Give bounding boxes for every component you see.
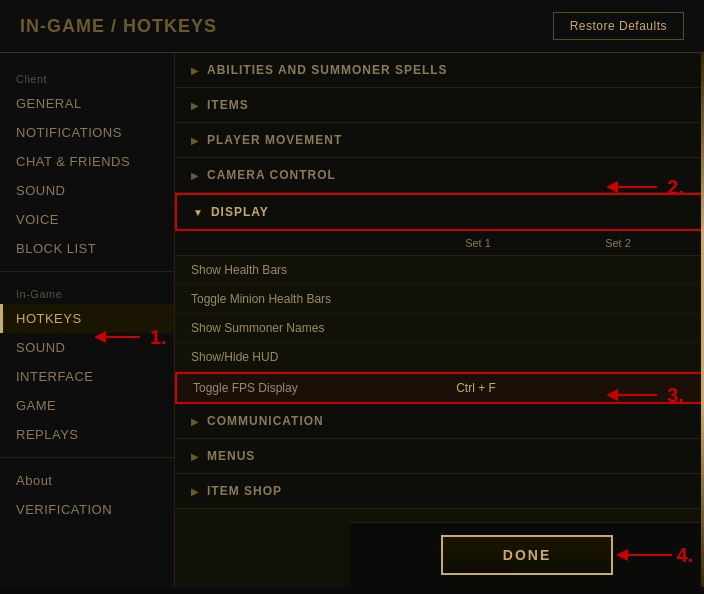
- section-item-shop-label: ITEM SHOP: [207, 484, 282, 498]
- sidebar-item-general[interactable]: GENERAL: [0, 89, 174, 118]
- hotkey-name-show-health-bars: Show Health Bars: [191, 263, 408, 277]
- section-menus-label: MENUS: [207, 449, 255, 463]
- sidebar-item-chat-friends[interactable]: CHAT & FRIENDS: [0, 147, 174, 176]
- main-content: ▶ ABILITIES AND SUMMONER SPELLS ▶ ITEMS …: [175, 53, 704, 587]
- collapse-arrow-communication: ▶: [191, 416, 199, 427]
- collapse-arrow-items: ▶: [191, 100, 199, 111]
- annotation-4-wrapper: 4.: [612, 540, 694, 570]
- section-communication[interactable]: ▶ COMMUNICATION: [175, 404, 704, 439]
- annotation-4-label: 4.: [677, 544, 694, 567]
- hotkey-name-toggle-fps: Toggle FPS Display: [193, 381, 406, 395]
- hotkey-name-show-hide-hud: Show/Hide HUD: [191, 350, 408, 364]
- done-button-wrapper: DONE 4.: [441, 535, 613, 575]
- hotkey-row-show-health-bars[interactable]: Show Health Bars: [175, 256, 704, 285]
- done-button[interactable]: DONE: [441, 535, 613, 575]
- sidebar-item-sound-ingame[interactable]: SOUND: [0, 333, 174, 362]
- section-camera-control[interactable]: ▶ CAMERA CONTROL: [175, 158, 704, 193]
- collapse-arrow-camera-control: ▶: [191, 170, 199, 181]
- sidebar-item-hotkeys[interactable]: HOTKEYS: [0, 304, 174, 333]
- section-item-shop[interactable]: ▶ ITEM SHOP: [175, 474, 704, 509]
- set-headers: Set 1 Set 2: [175, 231, 704, 256]
- scrollable-content[interactable]: ▶ ABILITIES AND SUMMONER SPELLS ▶ ITEMS …: [175, 53, 704, 529]
- collapse-arrow-abilities: ▶: [191, 65, 199, 76]
- section-abilities-label: ABILITIES AND SUMMONER SPELLS: [207, 63, 448, 77]
- hotkey-row-show-hide-hud[interactable]: Show/Hide HUD: [175, 343, 704, 372]
- collapse-arrow-display: ▼: [193, 207, 203, 218]
- hotkey-set1-toggle-fps: Ctrl + F: [406, 381, 546, 395]
- sidebar-item-voice[interactable]: VOICE: [0, 205, 174, 234]
- hotkey-name-toggle-minion: Toggle Minion Health Bars: [191, 292, 408, 306]
- section-player-movement[interactable]: ▶ PLAYER MOVEMENT: [175, 123, 704, 158]
- section-communication-label: COMMUNICATION: [207, 414, 324, 428]
- hotkey-row-toggle-fps[interactable]: Toggle FPS Display Ctrl + F: [175, 372, 704, 404]
- page-title: IN-GAME / HOTKEYS: [20, 16, 217, 37]
- sidebar-item-about[interactable]: About: [0, 466, 174, 495]
- collapse-arrow-player-movement: ▶: [191, 135, 199, 146]
- sidebar-item-block-list[interactable]: BLOCK LIST: [0, 234, 174, 263]
- client-section-label: Client: [0, 65, 174, 89]
- sidebar-item-game[interactable]: GAME: [0, 391, 174, 420]
- section-items[interactable]: ▶ ITEMS: [175, 88, 704, 123]
- section-menus[interactable]: ▶ MENUS: [175, 439, 704, 474]
- hotkey-row-toggle-minion[interactable]: Toggle Minion Health Bars: [175, 285, 704, 314]
- sidebar: Client GENERAL NOTIFICATIONS CHAT & FRIE…: [0, 53, 175, 587]
- header: IN-GAME / HOTKEYS Restore Defaults: [0, 0, 704, 53]
- content-wrapper: ▶ ABILITIES AND SUMMONER SPELLS ▶ ITEMS …: [175, 53, 704, 587]
- sidebar-item-replays[interactable]: REPLAYS: [0, 420, 174, 449]
- sidebar-item-verification[interactable]: VERIFICATION: [0, 495, 174, 524]
- sidebar-item-notifications[interactable]: NOTIFICATIONS: [0, 118, 174, 147]
- main-layout: Client GENERAL NOTIFICATIONS CHAT & FRIE…: [0, 53, 704, 587]
- hotkey-name-show-summoner-names: Show Summoner Names: [191, 321, 408, 335]
- breadcrumb: IN-GAME /: [20, 16, 123, 36]
- section-player-movement-label: PLAYER MOVEMENT: [207, 133, 342, 147]
- collapse-arrow-menus: ▶: [191, 451, 199, 462]
- set1-header: Set 1: [408, 237, 548, 249]
- annotation-4-arrow: [612, 540, 682, 570]
- set2-header: Set 2: [548, 237, 688, 249]
- restore-defaults-button[interactable]: Restore Defaults: [553, 12, 684, 40]
- section-display[interactable]: ▼ DISPLAY: [175, 193, 704, 231]
- section-display-label: DISPLAY: [211, 205, 269, 219]
- hotkey-row-show-summoner-names[interactable]: Show Summoner Names: [175, 314, 704, 343]
- ingame-section-label: In-Game: [0, 280, 174, 304]
- bottom-bar: DONE 4.: [350, 522, 704, 587]
- page-title-hotkeys: HOTKEYS: [123, 16, 217, 36]
- sidebar-item-interface[interactable]: INTERFACE: [0, 362, 174, 391]
- section-items-label: ITEMS: [207, 98, 249, 112]
- collapse-arrow-item-shop: ▶: [191, 486, 199, 497]
- sidebar-divider-2: [0, 457, 174, 458]
- section-camera-control-label: CAMERA CONTROL: [207, 168, 336, 182]
- sidebar-divider-1: [0, 271, 174, 272]
- section-abilities[interactable]: ▶ ABILITIES AND SUMMONER SPELLS: [175, 53, 704, 88]
- sidebar-item-sound[interactable]: SOUND: [0, 176, 174, 205]
